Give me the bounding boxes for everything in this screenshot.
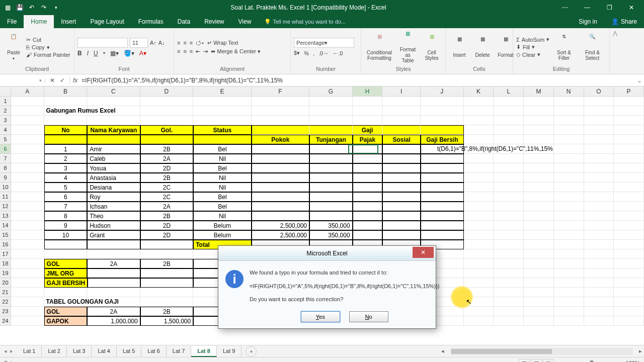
cell[interactable] xyxy=(382,154,421,163)
cell[interactable] xyxy=(421,221,464,230)
cell[interactable] xyxy=(11,307,44,316)
col-F-header[interactable]: F xyxy=(252,86,309,96)
cell[interactable] xyxy=(584,259,614,268)
cell[interactable] xyxy=(87,97,140,106)
cell[interactable] xyxy=(193,135,251,144)
tab-formulas[interactable]: Formulas xyxy=(131,15,171,28)
cell[interactable] xyxy=(554,163,584,173)
cell[interactable] xyxy=(382,173,421,183)
col-N-header[interactable]: N xyxy=(554,86,584,96)
hscroll-left-icon[interactable]: ◂ xyxy=(439,348,446,354)
cell[interactable] xyxy=(11,135,44,144)
cell[interactable] xyxy=(353,202,383,211)
cell[interactable] xyxy=(584,230,614,240)
cell[interactable]: 3 xyxy=(44,163,88,173)
cell[interactable] xyxy=(464,173,494,183)
cell[interactable] xyxy=(614,154,644,163)
cell[interactable] xyxy=(464,154,494,163)
align-left-icon[interactable]: ≡ xyxy=(177,48,180,54)
cell[interactable] xyxy=(353,192,383,202)
cell[interactable] xyxy=(87,268,140,278)
cell[interactable] xyxy=(494,106,524,116)
cell[interactable] xyxy=(614,173,644,183)
comma-icon[interactable]: , xyxy=(313,50,314,56)
cell[interactable] xyxy=(494,278,524,288)
cell[interactable] xyxy=(252,173,309,183)
cell[interactable] xyxy=(464,163,494,173)
cell[interactable] xyxy=(383,106,421,116)
col-I-header[interactable]: I xyxy=(382,86,421,96)
cell[interactable] xyxy=(421,154,464,163)
cell[interactable] xyxy=(11,268,44,278)
cell[interactable] xyxy=(193,116,251,125)
cell[interactable] xyxy=(584,144,614,154)
cell[interactable] xyxy=(554,125,584,135)
cell[interactable] xyxy=(464,268,494,278)
cell[interactable]: 10 xyxy=(44,230,88,240)
cell[interactable] xyxy=(494,307,524,316)
tab-home[interactable]: Home xyxy=(24,15,54,28)
dialog-close-button[interactable]: ✕ xyxy=(413,247,434,258)
col-P-header[interactable]: P xyxy=(614,86,644,96)
qat-dropdown-icon[interactable]: ▾ xyxy=(51,3,60,12)
autosum-button[interactable]: Σ AutoSum ▾ xyxy=(516,36,549,43)
cell[interactable]: Caleb xyxy=(87,154,140,163)
col-G-header[interactable]: G xyxy=(309,86,353,96)
undo-icon[interactable]: ↶ xyxy=(27,3,36,12)
cell[interactable] xyxy=(464,116,494,125)
cell[interactable] xyxy=(87,249,140,259)
formula-cancel-icon[interactable]: ✕ xyxy=(48,77,56,84)
formula-enter-icon[interactable]: ✓ xyxy=(58,77,66,84)
cell[interactable]: 2B xyxy=(140,144,193,154)
cell[interactable] xyxy=(353,173,383,183)
fill-color-button[interactable]: 🪣▾ xyxy=(124,50,134,57)
cell[interactable]: Bel xyxy=(193,192,251,202)
cell[interactable] xyxy=(584,135,614,144)
tab-page-layout[interactable]: Page Layout xyxy=(83,15,131,28)
wrap-text-button[interactable]: ↵ Wrap Text xyxy=(207,40,238,46)
cell[interactable] xyxy=(421,173,464,183)
cell[interactable] xyxy=(584,192,614,202)
cell[interactable]: Anastasia xyxy=(87,173,140,183)
cell[interactable] xyxy=(524,116,554,125)
cell[interactable] xyxy=(11,192,44,202)
cell[interactable]: 7 xyxy=(44,202,88,211)
cell[interactable] xyxy=(554,268,584,278)
cell[interactable] xyxy=(193,97,251,106)
cell[interactable] xyxy=(11,183,44,192)
cell[interactable] xyxy=(421,192,464,202)
cell[interactable] xyxy=(11,125,44,135)
cell[interactable] xyxy=(353,97,383,106)
cell[interactable] xyxy=(421,97,464,106)
cell[interactable] xyxy=(614,144,644,154)
cell[interactable] xyxy=(309,116,353,125)
cell[interactable]: Nil xyxy=(193,154,251,163)
col-L-header[interactable]: L xyxy=(494,86,524,96)
cell[interactable]: Bel xyxy=(193,202,251,211)
cell[interactable]: Nama Karyawan xyxy=(87,125,140,135)
cell[interactable] xyxy=(140,97,193,106)
col-B-header[interactable]: B xyxy=(44,86,88,96)
cell[interactable]: 5 xyxy=(44,183,88,192)
cell[interactable]: Ichsan xyxy=(87,202,140,211)
align-center-icon[interactable]: ≡ xyxy=(183,48,186,54)
cell[interactable] xyxy=(309,211,353,221)
cell[interactable] xyxy=(421,163,464,173)
cell[interactable] xyxy=(554,221,584,230)
sheet-tab[interactable]: Lat 6 xyxy=(141,346,166,357)
cell[interactable] xyxy=(494,288,524,297)
cell[interactable] xyxy=(614,307,644,316)
col-H-header[interactable]: H xyxy=(353,86,383,96)
currency-icon[interactable]: $▾ xyxy=(294,50,300,56)
cell[interactable]: Hudson xyxy=(87,221,140,230)
tab-review[interactable]: Review xyxy=(197,15,231,28)
cell[interactable] xyxy=(554,307,584,316)
cell[interactable] xyxy=(11,211,44,221)
cell[interactable] xyxy=(614,249,644,259)
cell[interactable] xyxy=(554,288,584,297)
font-size-select[interactable]: 11 xyxy=(130,38,148,48)
cell[interactable] xyxy=(11,297,44,307)
fx-icon[interactable]: fx xyxy=(73,77,77,84)
cell[interactable] xyxy=(382,163,421,173)
name-box[interactable]: ▾ xyxy=(0,78,45,83)
